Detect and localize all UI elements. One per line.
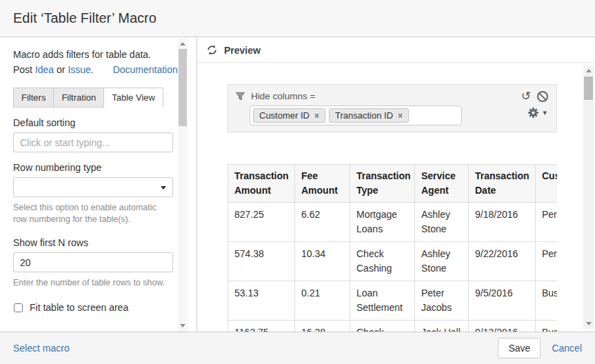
preview-scrollbar[interactable]	[583, 65, 594, 329]
cell: 53.13	[228, 281, 295, 321]
cell: Mortgage Loans	[350, 203, 415, 242]
table-row: 574.38 10.34 Check Cashing Ashley Stone …	[228, 242, 558, 281]
token-customer-id[interactable]: Customer ID ×	[253, 108, 325, 123]
col-header[interactable]: Transaction Amount	[228, 165, 295, 203]
dialog-header: Edit ‘Table Filter’ Macro	[0, 0, 595, 37]
cell: 9/18/2016	[469, 203, 536, 242]
row-numbering-select[interactable]	[13, 177, 173, 197]
tab-filters[interactable]: Filters	[13, 88, 54, 108]
preview-pane: Preview Hide columns = Customer ID ×	[197, 38, 595, 332]
col-header[interactable]: Transaction Type	[350, 165, 415, 203]
scroll-down-icon[interactable]	[586, 322, 592, 325]
table-row: 1162.75 16.28 Check Cashing Jack Hall 9/…	[228, 321, 558, 332]
cell: Ashley Stone	[415, 242, 469, 281]
default-sorting-label: Default sorting	[13, 117, 178, 128]
period-text: .	[91, 64, 94, 75]
undo-icon[interactable]: ↺	[521, 92, 531, 101]
cell: 827.25	[228, 203, 295, 242]
cell: Loan Settlement	[350, 281, 415, 321]
fit-table-checkbox[interactable]	[14, 303, 23, 312]
tab-filtration[interactable]: Filtration	[53, 88, 104, 108]
row-numbering-label: Row numbering type	[13, 162, 178, 173]
sidebar-scrollbar[interactable]	[178, 38, 188, 332]
hide-columns-label: Hide columns =	[251, 91, 315, 101]
cell: 0.21	[295, 281, 350, 321]
col-header[interactable]: Customer Type	[536, 165, 558, 203]
scroll-down-icon[interactable]	[180, 324, 185, 327]
gear-icon[interactable]	[527, 107, 539, 119]
token-transaction-id[interactable]: Transaction ID ×	[329, 108, 409, 123]
fit-table-checkbox-row: Fit table to screen area	[13, 302, 178, 313]
close-icon[interactable]: ×	[398, 111, 403, 121]
disable-filters-icon[interactable]	[537, 91, 548, 102]
preview-header: Preview	[197, 38, 595, 63]
close-icon[interactable]: ×	[314, 111, 319, 121]
documentation-link[interactable]: Documentation	[113, 64, 178, 75]
cell: Business	[536, 281, 558, 321]
cell: Jack Hall	[415, 321, 469, 332]
cell: Business	[536, 321, 558, 332]
show-rows-input[interactable]	[13, 252, 173, 272]
cell: Check Cashing	[350, 321, 415, 332]
save-button[interactable]: Save	[498, 338, 541, 358]
col-header[interactable]: Service Agent	[415, 165, 469, 203]
issue-link[interactable]: Issue	[68, 64, 90, 75]
cancel-button[interactable]: Cancel	[552, 343, 582, 354]
row-numbering-help: Select this option to enable automatic r…	[13, 202, 170, 225]
cell: 1162.75	[228, 321, 295, 332]
preview-table: Transaction Amount Fee Amount Transactio…	[228, 164, 557, 332]
cell: Personal	[536, 242, 558, 281]
show-rows-label: Show first N rows	[13, 237, 178, 248]
post-text: Post	[13, 64, 32, 75]
chevron-down-icon	[161, 186, 166, 190]
cell: 10.34	[295, 242, 350, 281]
macro-links-line: Post Idea or Issue. Documentation	[13, 62, 178, 77]
cell: 9/5/2016	[469, 281, 536, 321]
hidden-columns-input[interactable]: Customer ID × Transaction ID ×	[250, 105, 462, 125]
select-macro-link[interactable]: Select macro	[13, 343, 70, 354]
cell: Ashley Stone	[415, 203, 469, 242]
idea-link[interactable]: Idea	[35, 64, 54, 75]
table-row: 827.25 6.62 Mortgage Loans Ashley Stone …	[228, 203, 558, 242]
dialog-footer: Select macro Save Cancel	[0, 332, 595, 364]
show-rows-help: Enter the number of table rows to show.	[13, 277, 170, 289]
cell: Personal	[536, 203, 558, 242]
filter-panel: Hide columns = Customer ID × Transaction…	[228, 84, 557, 132]
scroll-up-icon[interactable]	[586, 69, 592, 72]
tab-table-view[interactable]: Table View	[103, 88, 163, 108]
preview-table-clip: Transaction Amount Fee Amount Transactio…	[228, 164, 557, 332]
token-label: Customer ID	[259, 110, 310, 121]
default-sorting-input[interactable]	[13, 132, 173, 152]
refresh-icon[interactable]	[206, 44, 218, 56]
cell: 574.38	[228, 242, 295, 281]
col-header[interactable]: Fee Amount	[295, 165, 350, 203]
preview-scrollbar-thumb[interactable]	[584, 77, 593, 100]
col-header[interactable]: Transaction Date	[469, 165, 536, 203]
preview-title: Preview	[224, 45, 261, 56]
or-text: or	[57, 64, 65, 75]
cell: 9/22/2016	[469, 242, 536, 281]
cell: Check Cashing	[350, 242, 415, 281]
settings-tab-bar: Filters Filtration Table View	[13, 88, 178, 108]
table-header-row: Transaction Amount Fee Amount Transactio…	[228, 165, 558, 203]
filter-settings-menu[interactable]: ▾	[527, 107, 547, 119]
chevron-down-icon[interactable]: ▾	[543, 108, 547, 117]
scroll-up-icon[interactable]	[180, 42, 185, 46]
fit-table-label: Fit table to screen area	[30, 302, 128, 313]
cell: 16.28	[295, 321, 350, 332]
token-label: Transaction ID	[335, 110, 393, 121]
dialog-title: Edit ‘Table Filter’ Macro	[13, 10, 157, 26]
cell: Peter Jacobs	[415, 281, 469, 321]
table-row: 53.13 0.21 Loan Settlement Peter Jacobs …	[228, 281, 558, 321]
sidebar-scrollbar-thumb[interactable]	[179, 49, 187, 126]
macro-description: Macro adds filters for table data.	[13, 47, 178, 62]
preview-body: Hide columns = Customer ID × Transaction…	[197, 63, 595, 332]
funnel-icon	[235, 91, 245, 101]
macro-settings-sidebar: Macro adds filters for table data. Post …	[0, 38, 178, 332]
cell: 9/13/2016	[469, 321, 536, 332]
cell: 6.62	[295, 203, 350, 242]
